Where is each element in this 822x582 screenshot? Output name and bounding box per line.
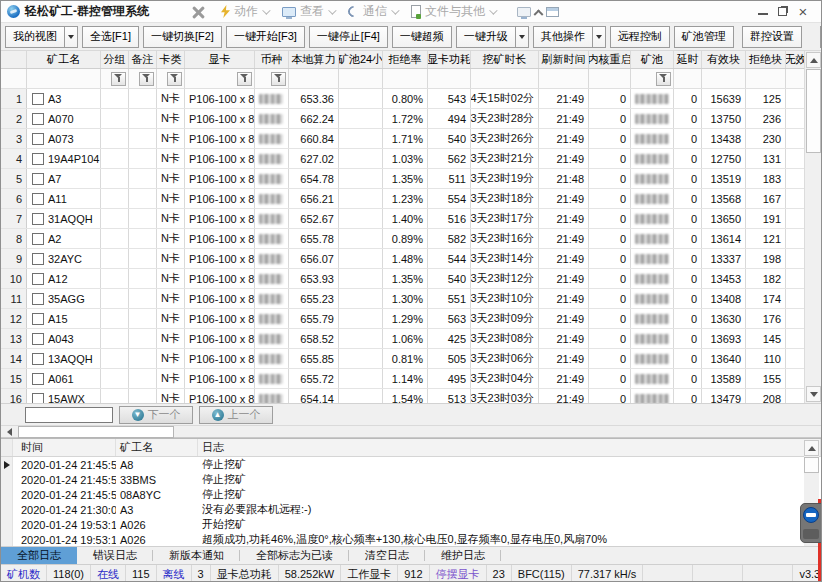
log-scroll-thumb[interactable] [804,457,819,473]
row-checkbox[interactable] [32,173,44,185]
col-header-pool24[interactable]: 矿池24小 [339,51,383,68]
table-row[interactable]: 13A043N卡P106-100 x 8658.521.06%4253天23时0… [1,329,806,349]
close-button[interactable]: × [797,6,809,18]
vscroll-thumb[interactable] [806,69,821,153]
table-row[interactable]: 5A7N卡P106-100 x 8654.781.35%5113天23时19分2… [1,169,806,189]
col-header-card_type[interactable]: 卡类 [157,51,185,68]
hscroll-thumb[interactable] [18,426,174,438]
col-header-refresh[interactable]: 刷新时间 [539,51,589,68]
toolbar-one-key-upgrade-button[interactable]: 一键升级 [456,26,515,48]
toolbar-one-key-switch-button[interactable]: 一键切换[F2] [143,26,222,48]
col-header-invalid[interactable]: 无效 [786,51,806,68]
col-header-kernel[interactable]: 内核重启 [589,51,631,68]
minimize-button[interactable] [758,8,768,15]
restore-button[interactable] [778,7,787,16]
log-row[interactable]: 2020-01-24 21:45:53A8停止挖矿 [1,457,821,472]
row-checkbox[interactable] [32,253,44,265]
log-tab-清空日志[interactable]: 清空日志 [349,547,425,564]
log-tab-新版本通知[interactable]: 新版本通知 [153,547,240,564]
col-header-reject[interactable]: 拒绝率 [383,51,428,68]
scroll-down-button[interactable] [806,386,821,402]
table-row[interactable]: 6A11N卡P106-100 x 8656.211.23%5543天23时18分… [1,189,806,209]
row-checkbox[interactable] [32,213,44,225]
log-scroll-up-button[interactable] [804,440,819,456]
table-row[interactable]: 932AYCN卡P106-100 x 8656.071.48%5443天23时1… [1,249,806,269]
next-button[interactable]: ▼ 下一个 [119,406,193,424]
col-header-name[interactable]: 矿工名 [27,51,101,68]
monitor-icon[interactable] [517,7,531,17]
log-row[interactable]: 2020-01-24 21:45:5308A8YC停止挖矿 [1,487,821,502]
col-header-power[interactable]: 显卡功耗 [428,51,471,68]
collapse-ribbon-icon[interactable] [534,9,544,19]
menu-monitor[interactable]: 查看 [282,3,334,20]
log-tab-错误日志[interactable]: 错误日志 [77,547,153,564]
row-checkbox[interactable] [32,233,44,245]
filter-funnel-pool[interactable] [656,72,671,86]
table-row[interactable]: 1615AWXN卡P106-100 x 8654.141.54%5133天23时… [1,389,806,403]
table-row[interactable]: 3A073N卡P106-100 x 8660.841.71%5403天23时26… [1,129,806,149]
pager-search-input[interactable] [25,407,113,423]
menu-phone[interactable]: 通信 [348,3,397,20]
row-checkbox[interactable] [32,353,44,365]
toolbar-my-view-dropdown[interactable] [64,26,78,48]
col-header-delay[interactable]: 延时 [674,51,702,68]
table-row[interactable]: 10A12N卡P106-100 x 8653.931.35%5403天23时12… [1,269,806,289]
col-header-hashrate[interactable]: 本地算力 [289,51,339,68]
toolbar-one-key-start-button[interactable]: 一键开始[F3] [226,26,305,48]
col-header-gpu[interactable]: 显卡 [185,51,255,68]
col-header-uptime[interactable]: 挖矿时长 [471,51,539,68]
toolbar-one-key-stop-button[interactable]: 一键停止[F4] [309,26,388,48]
row-checkbox[interactable] [32,293,44,305]
toolbar-one-key-overclock-button[interactable]: 一键超频 [392,26,452,48]
table-row[interactable]: 8A2N卡P106-100 x 8655.780.89%5823天23时16分2… [1,229,806,249]
scroll-up-button[interactable] [806,52,821,68]
row-checkbox[interactable] [32,273,44,285]
toolbar-pool-manage-button[interactable]: 矿池管理 [674,26,734,48]
toolbar-group-settings-button[interactable]: 群控设置 [742,26,802,48]
col-header-coin[interactable]: 币种 [255,51,289,68]
table-row[interactable]: 1413AQQHN卡P106-100 x 8655.850.81%5053天23… [1,349,806,369]
table-row[interactable]: 1135AGGN卡P106-100 x 8655.231.30%5513天23时… [1,289,806,309]
log-tab-维护日志[interactable]: 维护日志 [425,547,501,564]
filter-funnel-card_type[interactable] [167,72,182,86]
log-tab-全部日志[interactable]: 全部日志 [1,547,77,564]
row-checkbox[interactable] [32,153,44,165]
col-header-group[interactable]: 分组 [101,51,129,68]
row-checkbox[interactable] [32,313,44,325]
log-row[interactable]: 2020-01-24 19:53:17A026开始挖矿 [1,517,821,532]
table-row[interactable]: 419A4P104N卡P106-100 x 8627.021.03%5623天2… [1,149,806,169]
table-row[interactable]: 731AQQHN卡P106-100 x 8652.671.40%5163天23时… [1,209,806,229]
toolbar-other-actions-dropdown[interactable] [592,26,606,48]
col-header-note[interactable]: 备注 [129,51,157,68]
toolbar-remote-control-button[interactable]: 远程控制 [610,26,670,48]
table-row[interactable]: 12A15N卡P106-100 x 8655.791.29%5633天23时09… [1,309,806,329]
row-checkbox[interactable] [32,193,44,205]
filter-funnel-note[interactable] [139,72,154,86]
toolbar-select-all-button[interactable]: 全选[F1] [82,26,139,48]
log-row[interactable]: 2020-01-24 21:30:06A3没有必要跟本机远程:-) [1,502,821,517]
log-tab-全部标志为已读[interactable]: 全部标志为已读 [240,547,349,564]
table-hscrollbar[interactable] [1,425,821,438]
filter-funnel-coin[interactable] [271,72,286,86]
filter-funnel-group[interactable] [111,72,126,86]
menu-file[interactable]: 文件与其他 [411,3,495,20]
col-header-rejected[interactable]: 拒绝块 [746,51,786,68]
row-checkbox[interactable] [32,373,44,385]
table-vscrollbar[interactable] [804,51,821,403]
scroll-left-button[interactable] [3,427,16,437]
row-checkbox[interactable] [32,133,44,145]
row-checkbox[interactable] [32,333,44,345]
col-header-num[interactable] [1,51,27,68]
toolbar-one-key-upgrade-dropdown[interactable] [515,26,529,48]
log-row[interactable]: 2020-01-24 21:45:5333BMS停止挖矿 [1,472,821,487]
filter-funnel-gpu[interactable] [237,72,252,86]
toolbar-my-view-button[interactable]: 我的视图 [5,26,64,48]
col-header-pool[interactable]: 矿池 [631,51,674,68]
prev-button[interactable]: ▲ 上一个 [199,406,273,424]
table-row[interactable]: 2A070N卡P106-100 x 8662.241.72%4943天23时28… [1,109,806,129]
menu-lightning[interactable]: 动作 [221,3,268,20]
toolbar-other-actions-button[interactable]: 其他操作 [533,26,592,48]
table-row[interactable]: 15A061N卡P106-100 x 8655.721.14%4953天23时0… [1,369,806,389]
remote-access-badge-icon[interactable] [800,503,822,543]
table-row[interactable]: 1A3N卡P106-100 x 8653.360.80%5434天15时02分2… [1,89,806,109]
